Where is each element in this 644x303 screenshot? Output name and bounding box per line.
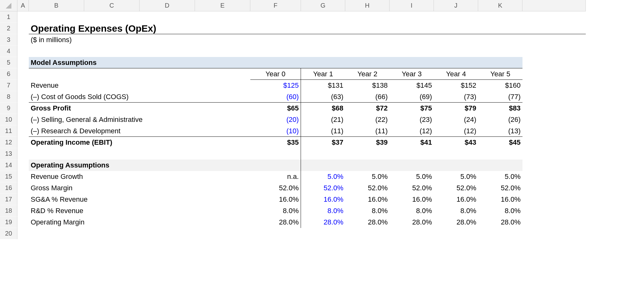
cell-H12[interactable]: $39 [345, 137, 390, 148]
cell-F18[interactable]: 8.0% [250, 205, 301, 217]
col-header-overflow[interactable] [522, 0, 586, 11]
cell-H9[interactable]: $72 [345, 103, 390, 114]
cell-G9[interactable]: $68 [301, 103, 345, 114]
cell-B4[interactable] [29, 46, 522, 57]
cell-I18[interactable]: 8.0% [390, 205, 434, 217]
cell-K9[interactable]: $83 [478, 103, 522, 114]
cell-F7[interactable]: $125 [250, 80, 301, 91]
cell-J9[interactable]: $79 [434, 103, 478, 114]
cell-F13[interactable] [250, 148, 301, 160]
row-header-12[interactable]: 12 [0, 137, 17, 148]
col-header-D[interactable]: D [140, 0, 195, 11]
cell-I12[interactable]: $41 [390, 137, 434, 148]
cell-H7[interactable]: $138 [345, 80, 390, 91]
cell-K15[interactable]: 5.0% [478, 171, 522, 182]
cell-C6[interactable] [84, 68, 140, 80]
cell-A19[interactable] [17, 217, 29, 228]
cell-I19[interactable]: 28.0% [390, 217, 434, 228]
cell-L20[interactable] [522, 228, 586, 239]
page-subtitle[interactable]: ($ in millions) [29, 34, 522, 46]
cell-J16[interactable]: 52.0% [434, 182, 478, 194]
cell-K11[interactable]: (13) [478, 125, 522, 137]
cell-G13[interactable] [301, 148, 345, 160]
cell-L8[interactable] [522, 91, 586, 103]
cell-B6[interactable] [29, 68, 84, 80]
row-header-3[interactable]: 3 [0, 34, 17, 46]
cell-A16[interactable] [17, 182, 29, 194]
cell-I1[interactable] [390, 11, 434, 23]
year-3-header[interactable]: Year 3 [390, 68, 434, 80]
cell-I15[interactable]: 5.0% [390, 171, 434, 182]
row-header-18[interactable]: 18 [0, 205, 17, 217]
col-header-K[interactable]: K [478, 0, 522, 11]
label-rd[interactable]: (–) Research & Development [29, 125, 250, 137]
cell-A6[interactable] [17, 68, 29, 80]
year-2-header[interactable]: Year 2 [345, 68, 390, 80]
label-grossmargin[interactable]: Gross Margin [29, 182, 250, 194]
cell-G8[interactable]: (63) [301, 91, 345, 103]
cell-I11[interactable]: (12) [390, 125, 434, 137]
cell-C1[interactable] [84, 11, 140, 23]
cell-L17[interactable] [522, 194, 586, 205]
year-4-header[interactable]: Year 4 [434, 68, 478, 80]
cell-A5[interactable] [17, 57, 29, 68]
cell-A9[interactable] [17, 103, 29, 114]
col-header-H[interactable]: H [345, 0, 390, 11]
cell-H19[interactable]: 28.0% [345, 217, 390, 228]
page-title[interactable]: Operating Expenses (OpEx) [29, 23, 522, 34]
cell-H17[interactable]: 16.0% [345, 194, 390, 205]
cell-I16[interactable]: 52.0% [390, 182, 434, 194]
cell-L7[interactable] [522, 80, 586, 91]
cell-L11[interactable] [522, 125, 586, 137]
cell-F14[interactable] [250, 160, 301, 171]
cell-L15[interactable] [522, 171, 586, 182]
row-header-4[interactable]: 4 [0, 46, 17, 57]
cell-H11[interactable]: (11) [345, 125, 390, 137]
cell-G18[interactable]: 8.0% [301, 205, 345, 217]
cell-H14[interactable] [345, 160, 390, 171]
cell-K8[interactable]: (77) [478, 91, 522, 103]
cell-I17[interactable]: 16.0% [390, 194, 434, 205]
cell-E6[interactable] [195, 68, 250, 80]
cell-K16[interactable]: 52.0% [478, 182, 522, 194]
select-all-corner[interactable] [0, 0, 17, 11]
cell-L1[interactable] [522, 11, 586, 23]
row-header-11[interactable]: 11 [0, 125, 17, 137]
row-header-20[interactable]: 20 [0, 228, 17, 239]
cell-G11[interactable]: (11) [301, 125, 345, 137]
cell-H13[interactable] [345, 148, 390, 160]
cell-H8[interactable]: (66) [345, 91, 390, 103]
cell-K19[interactable]: 28.0% [478, 217, 522, 228]
cell-G17[interactable]: 16.0% [301, 194, 345, 205]
cell-B13[interactable] [29, 148, 250, 160]
year-1-header[interactable]: Year 1 [301, 68, 345, 80]
cell-B1[interactable] [29, 11, 84, 23]
section-operating-assumptions[interactable]: Operating Assumptions [29, 160, 250, 171]
cell-I7[interactable]: $145 [390, 80, 434, 91]
cell-F11[interactable]: (10) [250, 125, 301, 137]
cell-L5[interactable] [522, 57, 586, 68]
col-header-G[interactable]: G [301, 0, 345, 11]
cell-K14[interactable] [478, 160, 522, 171]
cell-K13[interactable] [478, 148, 522, 160]
cell-L2[interactable] [522, 23, 586, 34]
cell-A14[interactable] [17, 160, 29, 171]
cell-K18[interactable]: 8.0% [478, 205, 522, 217]
cell-J10[interactable]: (24) [434, 114, 478, 125]
cell-I9[interactable]: $75 [390, 103, 434, 114]
year-0-header[interactable]: Year 0 [250, 68, 301, 80]
cell-F15[interactable]: n.a. [250, 171, 301, 182]
cell-A11[interactable] [17, 125, 29, 137]
cell-K7[interactable]: $160 [478, 80, 522, 91]
cell-A13[interactable] [17, 148, 29, 160]
row-header-17[interactable]: 17 [0, 194, 17, 205]
cell-J17[interactable]: 16.0% [434, 194, 478, 205]
cell-L19[interactable] [522, 217, 586, 228]
cell-L9[interactable] [522, 103, 586, 114]
cell-G10[interactable]: (21) [301, 114, 345, 125]
label-sgapct[interactable]: SG&A % Revenue [29, 194, 250, 205]
cell-G16[interactable]: 52.0% [301, 182, 345, 194]
row-header-15[interactable]: 15 [0, 171, 17, 182]
col-header-I[interactable]: I [390, 0, 434, 11]
cell-B20[interactable] [29, 228, 522, 239]
